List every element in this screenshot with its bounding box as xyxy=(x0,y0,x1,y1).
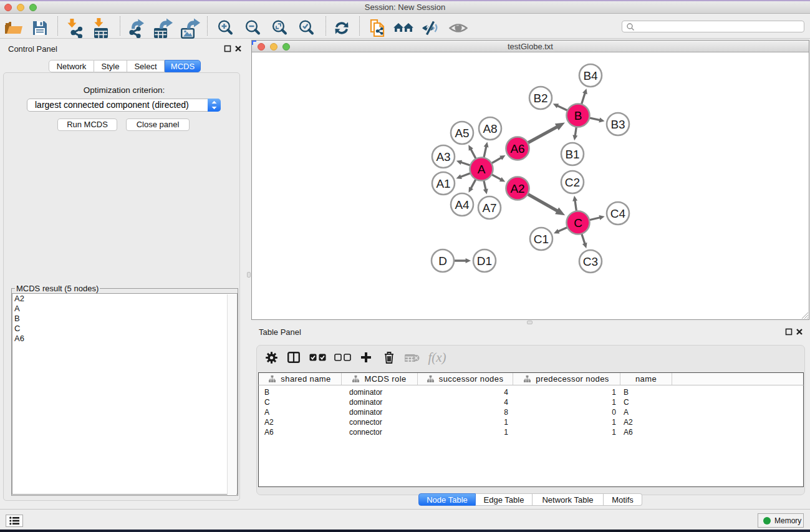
svg-text:A3: A3 xyxy=(436,150,450,163)
svg-text:A2: A2 xyxy=(510,182,524,195)
svg-text:B2: B2 xyxy=(533,92,547,105)
svg-text:A1: A1 xyxy=(436,177,450,190)
svg-text:A5: A5 xyxy=(455,127,469,140)
svg-text:B4: B4 xyxy=(583,69,598,82)
svg-text:A7: A7 xyxy=(482,201,496,215)
svg-text:A: A xyxy=(478,163,486,176)
svg-text:B1: B1 xyxy=(565,148,579,161)
svg-text:A4: A4 xyxy=(455,198,470,211)
svg-text:D1: D1 xyxy=(477,254,492,268)
svg-text:B3: B3 xyxy=(610,118,625,131)
svg-text:A6: A6 xyxy=(510,142,524,155)
svg-text:C: C xyxy=(574,216,582,230)
svg-text:D: D xyxy=(438,254,447,268)
svg-text:C3: C3 xyxy=(583,255,598,268)
svg-text:C1: C1 xyxy=(534,233,549,246)
svg-text:C2: C2 xyxy=(565,176,580,189)
svg-text:B: B xyxy=(574,109,582,122)
svg-text:A8: A8 xyxy=(483,122,497,135)
svg-text:C4: C4 xyxy=(610,207,626,220)
